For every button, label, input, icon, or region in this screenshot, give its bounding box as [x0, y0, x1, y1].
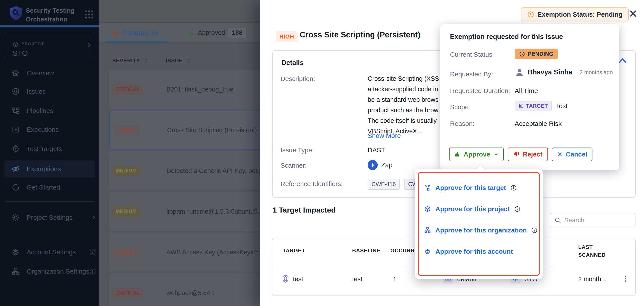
tab-pending-label: Pending [123, 29, 148, 36]
search-input[interactable] [564, 217, 630, 224]
pipelines-icon [11, 106, 20, 115]
menu-item-approve-account[interactable]: Approve for this account [424, 246, 513, 257]
target-search[interactable] [550, 213, 636, 227]
sort-icon[interactable] [186, 58, 191, 64]
issue-row[interactable]: MEDIUM libpam-runtime@1.5.3-5ubuntu5.1 [109, 192, 260, 231]
chevron-right-icon [86, 42, 92, 49]
project-selector[interactable]: PROJECT STO [5, 33, 94, 57]
menu-item-label: Approve for this project [436, 205, 510, 213]
info-icon[interactable] [89, 268, 96, 275]
sidebar-divider [6, 201, 94, 202]
issue-row[interactable]: CRITICAL webpack@5.64.1 [109, 273, 260, 306]
severity-badge: MEDIUM [112, 206, 140, 217]
targets-impacted-heading: 1 Target Impacted [273, 206, 336, 214]
info-icon[interactable] [531, 227, 538, 234]
thumbs-up-icon [188, 29, 195, 36]
scope-value: test [557, 102, 568, 110]
sidebar: Security Testing Orchestration PROJECT S… [0, 0, 100, 306]
issue-row[interactable]: MEDIUM Detected a Generic API Key, poten… [109, 151, 260, 190]
thumbs-down-icon [513, 151, 520, 158]
sidebar-item-label: Issues [27, 88, 46, 95]
column-last-scanned: LAST SCANNED [578, 243, 606, 259]
issues-table-header: SEVERITY ISSUE [100, 55, 260, 66]
sidebar-item-overview[interactable]: Overview [4, 65, 95, 82]
details-heading: Details [281, 59, 304, 67]
sort-icon[interactable] [144, 58, 148, 64]
zap-scanner-icon [368, 160, 378, 170]
kebab-menu-icon[interactable] [622, 275, 629, 282]
info-icon[interactable] [514, 206, 520, 212]
reason-value: Acceptable Risk [515, 120, 562, 127]
reference-chip[interactable]: CWE-116 [368, 179, 400, 190]
menu-item-approve-project[interactable]: Approve for this project [424, 204, 520, 214]
issue-name: AWS Access Key (AccessKeyId=AKIAI [166, 249, 260, 256]
show-more-link[interactable]: Show More [368, 132, 401, 139]
scanner-label: Scanner: [280, 162, 307, 169]
sidebar-item-get-started[interactable]: Get Started [4, 179, 95, 196]
scope-chip-label: TARGET [526, 103, 548, 109]
sidebar-item-organization-settings[interactable]: Organization Settings [4, 263, 95, 280]
tab-approved[interactable]: Approved 188 [188, 23, 246, 43]
issue-type-value: DAST [368, 146, 385, 154]
sidebar-item-issues[interactable]: Issues [4, 83, 95, 100]
app-logo-shield-icon [10, 6, 22, 21]
sidebar-item-account-settings[interactable]: Account Settings [4, 244, 95, 261]
issue-name: libpam-runtime@1.5.3-5ubuntu5.1 [166, 208, 260, 215]
menu-item-approve-target[interactable]: Approve for this target [424, 183, 517, 193]
exemptions-list-panel: Pending 65 Approved 188 SEVERITY [100, 0, 260, 306]
sidebar-item-label: Executions [27, 126, 59, 133]
scanner-value-row: Zap [368, 160, 392, 170]
approve-button[interactable]: Approve [449, 147, 504, 161]
severity-badge: MEDIUM [112, 166, 140, 176]
issue-row-selected[interactable]: HIGH Cross Site Scripting (Persistent) [109, 110, 260, 149]
info-icon[interactable] [89, 249, 96, 256]
column-issue[interactable]: ISSUE [166, 58, 191, 64]
issue-row[interactable]: HIGH AWS Access Key (AccessKeyId=AKIAI [109, 233, 260, 272]
close-icon[interactable] [628, 9, 638, 18]
thumbs-up-icon [454, 151, 460, 158]
column-severity[interactable]: SEVERITY [112, 58, 148, 64]
scope-label: Scope: [450, 103, 470, 111]
menu-item-approve-organization[interactable]: Approve for this organization [424, 225, 538, 236]
exemption-status-badge: Exemption Status: Pending [521, 8, 629, 22]
active-tab-underline [105, 41, 168, 43]
scope-target-chip: TARGET [515, 101, 552, 111]
home-icon [11, 69, 20, 77]
chevron-down-icon [493, 151, 499, 157]
issue-name: B201: flask_debug_true [166, 86, 233, 93]
sidebar-item-test-targets[interactable]: Test Targets [4, 140, 95, 157]
cancel-button-label: Cancel [566, 150, 587, 158]
module-grid-icon[interactable] [84, 9, 94, 20]
sidebar-item-project-settings[interactable]: Project Settings [4, 209, 95, 226]
cancel-button[interactable]: Cancel [552, 147, 592, 161]
issue-title: Cross Site Scripting (Persistent) [300, 30, 420, 39]
issue-name: webpack@5.64.1 [166, 289, 216, 296]
avatar-icon [515, 67, 524, 77]
eye-slash-icon [11, 165, 20, 173]
sidebar-item-exemptions[interactable]: Exemptions [4, 161, 95, 178]
target-occurrences: 1 [393, 275, 396, 283]
gear-icon [11, 213, 20, 222]
sidebar-item-executions[interactable]: Executions [4, 121, 95, 138]
tab-pending[interactable]: Pending 65 [112, 23, 158, 43]
target-scope-icon [518, 103, 524, 109]
project-cube-icon [424, 206, 431, 213]
approve-button-label: Approve [464, 150, 490, 158]
current-status-label: Current Status [450, 51, 492, 58]
issue-row[interactable]: CRITICAL B201: flask_debug_true [109, 70, 260, 109]
clock-icon [519, 51, 525, 57]
severity-badge-high: HIGH [276, 31, 298, 42]
layers-icon [11, 248, 20, 256]
menu-item-label: Approve for this organization [436, 227, 527, 234]
sidebar-item-label: Exemptions [27, 165, 61, 173]
info-icon[interactable] [510, 185, 517, 191]
description-label: Description: [280, 75, 315, 83]
scope-row: TARGET test [515, 101, 568, 111]
popup-divider [449, 136, 610, 136]
column-severity-label: SEVERITY [112, 58, 140, 64]
severity-badge: HIGH [113, 125, 140, 135]
chevron-up-icon[interactable] [618, 57, 627, 64]
severity-badge: CRITICAL [112, 288, 143, 298]
sidebar-item-pipelines[interactable]: Pipelines [4, 102, 95, 119]
reject-button[interactable]: Reject [508, 147, 548, 161]
